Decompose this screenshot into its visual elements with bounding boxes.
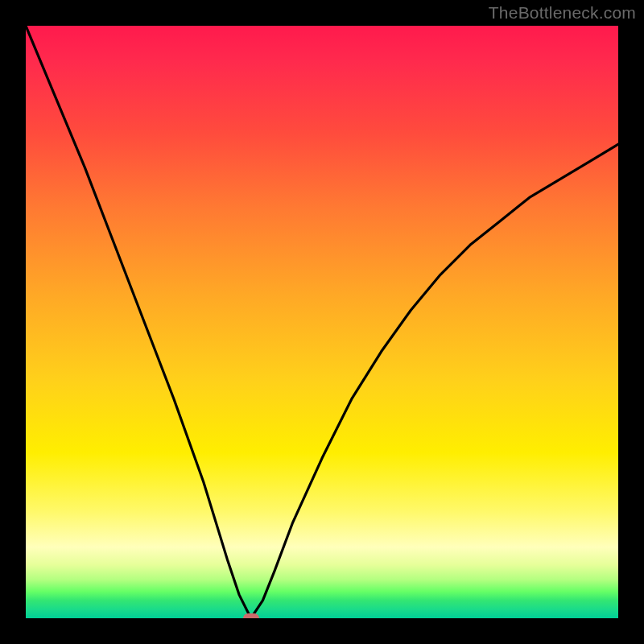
optimal-point-marker — [243, 613, 259, 618]
chart-frame: TheBottleneck.com — [0, 0, 644, 644]
bottleneck-curve — [26, 26, 618, 618]
watermark-text: TheBottleneck.com — [489, 3, 636, 23]
plot-area — [26, 26, 618, 618]
